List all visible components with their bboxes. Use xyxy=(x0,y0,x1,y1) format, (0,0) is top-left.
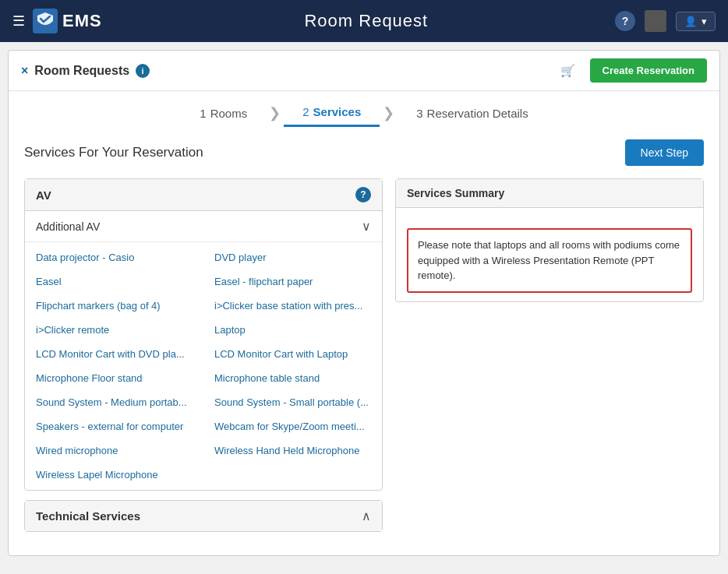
top-navigation: ☰ EMS Room Request ? 👤 ▾ xyxy=(0,0,728,42)
av-section: AV ? Additional AV ∨ Data projector - Ca… xyxy=(24,178,383,491)
list-item[interactable]: Laptop xyxy=(203,318,382,342)
user-avatar xyxy=(645,10,666,32)
steps-navigation: 1 Rooms ❯ 2 Services ❯ 3 Reservation Det… xyxy=(9,91,719,127)
cart-icon: 🛒 xyxy=(560,64,575,78)
user-chevron: ▾ xyxy=(701,16,707,27)
list-item[interactable]: DVD player xyxy=(203,245,382,269)
list-item[interactable]: Easel xyxy=(25,269,203,294)
step-arrow-2: ❯ xyxy=(383,104,394,121)
logo-text: EMS xyxy=(62,11,102,31)
user-icon: 👤 xyxy=(684,16,697,27)
av-section-header: AV ? xyxy=(25,179,382,211)
step3-number: 3 xyxy=(416,107,422,120)
info-icon[interactable]: i xyxy=(136,64,150,78)
list-item[interactable]: Sound System - Medium portab... xyxy=(25,390,203,414)
header-right: 🛒 Create Reservation xyxy=(560,58,708,83)
top-nav-right: ? 👤 ▾ xyxy=(615,10,716,32)
header-bar: × Room Requests i 🛒 Create Reservation xyxy=(9,51,719,91)
list-item[interactable]: Wireless Lapel Microphone xyxy=(25,463,203,487)
list-item[interactable]: Easel - flipchart paper xyxy=(203,269,382,294)
services-section-title: Services For Your Reservation xyxy=(24,145,203,160)
user-menu-button[interactable]: 👤 ▾ xyxy=(676,12,716,31)
right-column: Services Summary Please note that laptop… xyxy=(395,178,704,541)
list-item[interactable]: Data projector - Casio xyxy=(25,245,203,269)
cart-link[interactable]: 🛒 xyxy=(560,64,579,78)
list-item[interactable]: i>Clicker base station with pres... xyxy=(203,294,382,318)
list-item[interactable]: i>Clicker remote xyxy=(25,318,203,342)
step1-number: 1 xyxy=(200,107,206,120)
page-title: Room Request xyxy=(118,11,615,31)
step3-label: Reservation Details xyxy=(427,107,528,120)
logo: EMS xyxy=(33,9,102,33)
content-area: Services For Your Reservation Next Step … xyxy=(9,127,719,554)
list-item[interactable]: Flipchart markers (bag of 4) xyxy=(25,294,203,318)
list-item[interactable]: Wireless Hand Held Microphone xyxy=(203,438,382,463)
list-item[interactable]: Microphone Floor stand xyxy=(25,366,203,390)
step-services[interactable]: 2 Services xyxy=(284,99,380,127)
help-icon[interactable]: ? xyxy=(615,11,635,31)
list-item[interactable]: Speakers - external for computer xyxy=(25,414,203,438)
create-reservation-button[interactable]: Create Reservation xyxy=(590,58,708,83)
close-button[interactable]: × xyxy=(21,64,28,78)
av-help-icon[interactable]: ? xyxy=(355,187,371,202)
services-summary-panel: Services Summary Please note that laptop… xyxy=(395,178,704,302)
step1-label: Rooms xyxy=(210,107,248,120)
tech-services-chevron: ∧ xyxy=(362,509,371,523)
additional-av-label: Additional AV xyxy=(36,220,100,233)
additional-av-chevron: ∨ xyxy=(362,219,371,234)
section-title-bar: Services For Your Reservation Next Step xyxy=(24,139,704,166)
additional-av-dropdown[interactable]: Additional AV ∨ xyxy=(25,211,382,242)
step-arrow-1: ❯ xyxy=(269,104,281,121)
main-container: × Room Requests i 🛒 Create Reservation 1… xyxy=(8,50,720,556)
list-item[interactable]: Sound System - Small portable (... xyxy=(203,390,382,414)
step-reservation-details[interactable]: 3 Reservation Details xyxy=(398,100,546,126)
note-box: Please note that laptops and all rooms w… xyxy=(407,228,692,293)
ems-logo-icon xyxy=(33,9,58,33)
header-left: × Room Requests i xyxy=(21,64,150,78)
tech-services-header[interactable]: Technical Services ∧ xyxy=(25,501,382,531)
list-item xyxy=(203,463,382,487)
list-item[interactable]: Webcam for Skype/Zoom meeti... xyxy=(203,414,382,438)
hamburger-menu[interactable]: ☰ xyxy=(12,12,25,30)
tech-services-title: Technical Services xyxy=(36,509,140,523)
list-item[interactable]: LCD Monitor Cart with Laptop xyxy=(203,342,382,366)
page-heading: Room Requests xyxy=(34,64,129,78)
two-column-layout: AV ? Additional AV ∨ Data projector - Ca… xyxy=(24,178,704,541)
step-rooms[interactable]: 1 Rooms xyxy=(181,100,266,126)
av-title: AV xyxy=(36,188,51,202)
list-item[interactable]: Microphone table stand xyxy=(203,366,382,390)
summary-body: Please note that laptops and all rooms w… xyxy=(396,208,703,301)
summary-header: Services Summary xyxy=(396,179,703,208)
list-item[interactable]: LCD Monitor Cart with DVD pla... xyxy=(25,342,203,366)
next-step-button[interactable]: Next Step xyxy=(625,139,704,166)
list-item[interactable]: Wired microphone xyxy=(25,438,203,463)
technical-services-section: Technical Services ∧ xyxy=(24,500,383,532)
left-column: AV ? Additional AV ∨ Data projector - Ca… xyxy=(24,178,383,541)
av-items-grid: Data projector - Casio DVD player Easel … xyxy=(25,242,382,490)
step2-label: Services xyxy=(313,105,362,118)
step2-number: 2 xyxy=(302,105,309,118)
